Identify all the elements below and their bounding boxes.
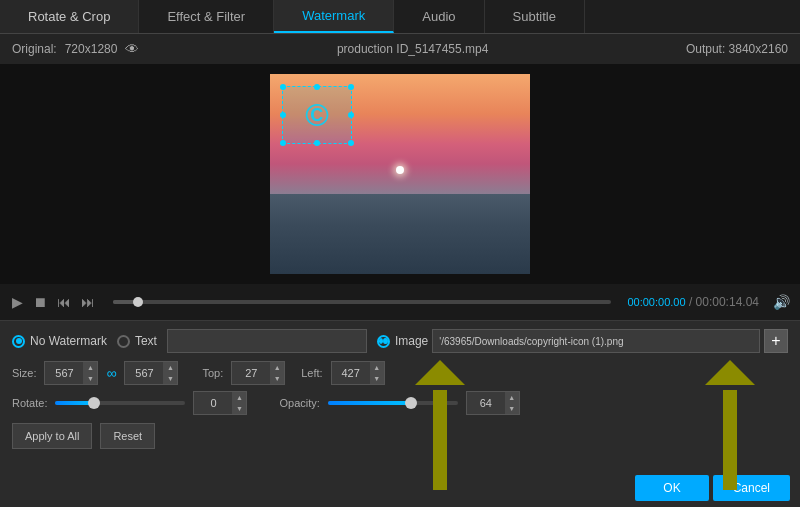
handle-top-right[interactable] <box>348 84 354 90</box>
size-width-input[interactable]: ▲ ▼ <box>44 361 98 385</box>
water-layer <box>270 194 530 274</box>
opacity-up[interactable]: ▲ <box>505 392 519 403</box>
opacity-fill <box>328 401 411 405</box>
time-total: 00:00:14.04 <box>696 295 759 309</box>
tab-rotate-crop[interactable]: Rotate & Crop <box>0 0 139 33</box>
cancel-button[interactable]: Cancel <box>713 475 790 501</box>
opacity-label: Opacity: <box>279 397 319 409</box>
left-value[interactable] <box>332 362 370 384</box>
watermark-type-row: No Watermark Text Image + <box>12 329 788 353</box>
opacity-thumb[interactable] <box>405 397 417 409</box>
text-input[interactable] <box>167 329 367 353</box>
rotate-value[interactable] <box>194 392 232 414</box>
progress-thumb[interactable] <box>133 297 143 307</box>
left-down[interactable]: ▼ <box>370 373 384 384</box>
tab-watermark[interactable]: Watermark <box>274 0 394 33</box>
timeline-controls: ▶ ⏹ ⏮ ⏭ <box>10 292 97 312</box>
ok-button[interactable]: OK <box>635 475 708 501</box>
left-label: Left: <box>301 367 322 379</box>
watermark-overlay[interactable]: © <box>282 86 352 144</box>
top-value[interactable] <box>232 362 270 384</box>
rotate-up[interactable]: ▲ <box>232 392 246 403</box>
radio-btn-image[interactable] <box>377 335 390 348</box>
original-label: Original: <box>12 42 57 56</box>
opacity-down[interactable]: ▼ <box>505 403 519 414</box>
rotate-slider[interactable] <box>55 401 185 405</box>
top-up[interactable]: ▲ <box>270 362 284 373</box>
video-background: © <box>270 74 530 274</box>
left-up[interactable]: ▲ <box>370 362 384 373</box>
radio-no-watermark[interactable]: No Watermark <box>12 334 107 348</box>
apply-to-all-button[interactable]: Apply to All <box>12 423 92 449</box>
progress-bar[interactable] <box>113 300 611 304</box>
link-icon[interactable]: ∞ <box>106 365 116 381</box>
top-label: Top: <box>202 367 223 379</box>
left-input[interactable]: ▲ ▼ <box>331 361 385 385</box>
rotate-opacity-row: Rotate: ▲ ▼ Opacity: ▲ <box>12 391 788 415</box>
tab-audio[interactable]: Audio <box>394 0 484 33</box>
opacity-slider[interactable] <box>328 401 458 405</box>
original-value: 720x1280 <box>65 42 118 56</box>
handle-bottom-left[interactable] <box>280 140 286 146</box>
sun-element <box>396 166 404 174</box>
video-area: © <box>0 64 800 284</box>
handle-bottom-mid[interactable] <box>314 140 320 146</box>
time-separator: / <box>689 295 692 309</box>
play-button[interactable]: ▶ <box>10 292 25 312</box>
size-label: Size: <box>12 367 36 379</box>
size-position-row: Size: ▲ ▼ ∞ ▲ ▼ Top: ▲ <box>12 361 788 385</box>
handle-top-mid[interactable] <box>314 84 320 90</box>
rotate-spinners: ▲ ▼ <box>232 392 246 414</box>
output-value: 3840x2160 <box>729 42 788 56</box>
timeline-bar: ▶ ⏹ ⏮ ⏭ 00:00:00.00 / 00:00:14.04 🔊 <box>0 284 800 320</box>
main-container: Rotate & Crop Effect & Filter Watermark … <box>0 0 800 507</box>
size-height-spinners: ▲ ▼ <box>163 362 177 384</box>
size-width-value[interactable] <box>45 362 83 384</box>
handle-right-mid[interactable] <box>348 112 354 118</box>
controls-panel: No Watermark Text Image + <box>0 320 800 455</box>
stop-button[interactable]: ⏹ <box>31 292 49 312</box>
handle-bottom-right[interactable] <box>348 140 354 146</box>
opacity-value[interactable] <box>467 392 505 414</box>
handle-left-mid[interactable] <box>280 112 286 118</box>
rotate-thumb[interactable] <box>88 397 100 409</box>
next-button[interactable]: ⏭ <box>79 292 97 312</box>
size-width-down[interactable]: ▼ <box>83 373 97 384</box>
prev-button[interactable]: ⏮ <box>55 292 73 312</box>
eye-icon[interactable]: 👁 <box>125 41 139 57</box>
rotate-down[interactable]: ▼ <box>232 403 246 414</box>
rotate-label: Rotate: <box>12 397 47 409</box>
radio-text[interactable]: Text <box>117 334 157 348</box>
tab-subtitle[interactable]: Subtitle <box>485 0 585 33</box>
size-height-up[interactable]: ▲ <box>163 362 177 373</box>
output-info: Output: 3840x2160 <box>686 42 788 56</box>
image-label: Image <box>395 334 428 348</box>
radio-btn-text[interactable] <box>117 335 130 348</box>
handle-top-left[interactable] <box>280 84 286 90</box>
size-height-input[interactable]: ▲ ▼ <box>124 361 178 385</box>
opacity-input[interactable]: ▲ ▼ <box>466 391 520 415</box>
size-width-up[interactable]: ▲ <box>83 362 97 373</box>
volume-icon[interactable]: 🔊 <box>773 294 790 310</box>
rotate-input[interactable]: ▲ ▼ <box>193 391 247 415</box>
video-canvas: © <box>270 74 530 274</box>
top-down[interactable]: ▼ <box>270 373 284 384</box>
text-label: Text <box>135 334 157 348</box>
size-width-spinners: ▲ ▼ <box>83 362 97 384</box>
time-display: 00:00:00.00 / 00:00:14.04 <box>627 295 759 309</box>
output-label: Output: <box>686 42 725 56</box>
tab-effect-filter[interactable]: Effect & Filter <box>139 0 274 33</box>
image-section: Image + <box>377 329 788 353</box>
top-input[interactable]: ▲ ▼ <box>231 361 285 385</box>
time-current: 00:00:00.00 <box>627 296 685 308</box>
radio-btn-no-wm[interactable] <box>12 335 25 348</box>
radio-image[interactable]: Image <box>377 334 428 348</box>
image-path-input[interactable] <box>432 329 760 353</box>
reset-button[interactable]: Reset <box>100 423 155 449</box>
top-spinners: ▲ ▼ <box>270 362 284 384</box>
size-height-down[interactable]: ▼ <box>163 373 177 384</box>
info-bar: Original: 720x1280 👁 production ID_51474… <box>0 34 800 64</box>
add-image-button[interactable]: + <box>764 329 788 353</box>
size-height-value[interactable] <box>125 362 163 384</box>
left-spinners: ▲ ▼ <box>370 362 384 384</box>
